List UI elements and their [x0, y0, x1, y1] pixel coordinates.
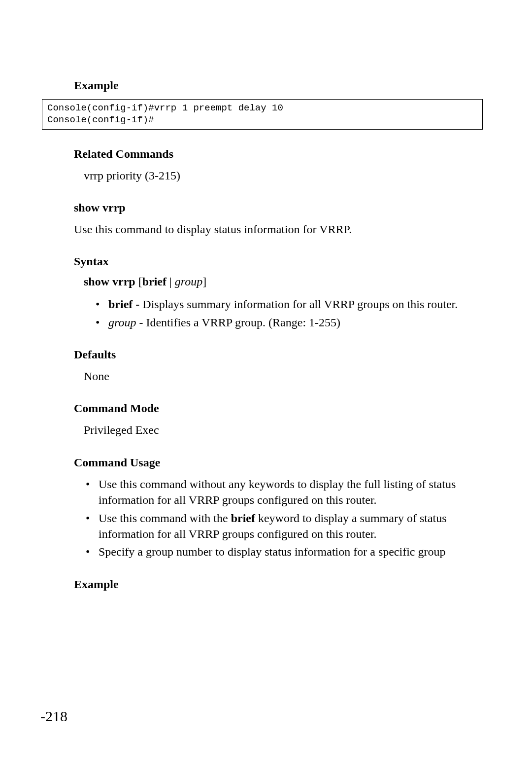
syntax-command-line: show vrrp [brief | group]: [84, 275, 478, 288]
related-commands-heading: Related Commands: [74, 147, 478, 161]
syntax-group-param: group: [175, 275, 202, 288]
syntax-command-name: show vrrp: [84, 275, 135, 288]
usage-bullet-1: Use this command without any keywords to…: [86, 476, 478, 508]
syntax-term-group: group: [108, 316, 136, 329]
usage-bullet-2: Use this command with the brief keyword …: [86, 510, 478, 542]
defaults-heading: Defaults: [74, 348, 478, 361]
usage-bullet-2-pre: Use this command with the: [99, 512, 231, 525]
syntax-desc-brief: Displays summary information for all VRR…: [142, 298, 458, 311]
syntax-bracket-open: [: [135, 275, 142, 288]
usage-bullet-3: Specify a group number to display status…: [86, 544, 478, 560]
syntax-bullet-brief: brief - Displays summary information for…: [96, 296, 478, 312]
syntax-bracket-close: ]: [202, 275, 206, 288]
defaults-text: None: [84, 368, 478, 384]
show-vrrp-description: Use this command to display status infor…: [74, 221, 478, 237]
example-heading-2: Example: [74, 578, 478, 591]
syntax-sep-2: -: [136, 316, 146, 329]
syntax-sep-1: -: [133, 298, 142, 311]
syntax-bullet-group: group - Identifies a VRRP group. (Range:…: [96, 315, 478, 330]
command-usage-bullet-list: Use this command without any keywords to…: [86, 476, 478, 560]
syntax-bullet-list: brief - Displays summary information for…: [96, 296, 478, 330]
console-code-block: Console(config-if)#vrrp 1 preempt delay …: [42, 99, 483, 130]
related-commands-text: vrrp priority (3-215): [84, 168, 478, 183]
syntax-desc-group: Identifies a VRRP group. (Range: 1-255): [146, 316, 340, 329]
syntax-pipe: |: [166, 275, 175, 288]
page-number: -218: [40, 708, 67, 725]
command-mode-text: Privileged Exec: [84, 422, 478, 438]
document-page: Example Console(config-if)#vrrp 1 preemp…: [0, 0, 532, 591]
syntax-term-brief: brief: [108, 298, 133, 311]
command-mode-heading: Command Mode: [74, 402, 478, 415]
syntax-heading: Syntax: [74, 255, 478, 268]
syntax-brief-keyword: brief: [142, 275, 166, 288]
example-heading-1: Example: [74, 79, 478, 92]
command-usage-heading: Command Usage: [74, 456, 478, 469]
usage-bullet-2-bold: brief: [231, 512, 255, 525]
show-vrrp-heading: show vrrp: [74, 201, 478, 214]
